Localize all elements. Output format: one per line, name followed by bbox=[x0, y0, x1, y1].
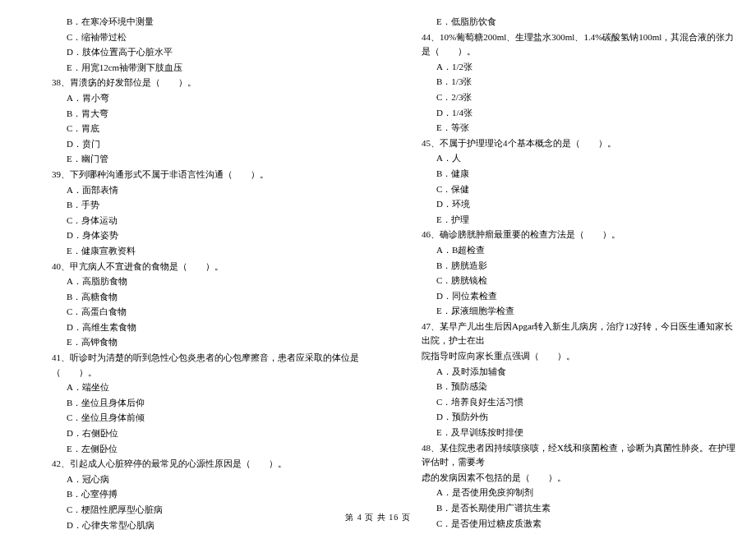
option: D．同位素检查 bbox=[436, 289, 735, 304]
option: D．贲门 bbox=[67, 137, 366, 152]
page-footer: 第 4 页 共 16 页 bbox=[0, 511, 756, 524]
option: B．健康 bbox=[436, 167, 735, 182]
option: B．1/3张 bbox=[436, 75, 735, 90]
option: B．膀胱造影 bbox=[436, 259, 735, 274]
option: E．幽门管 bbox=[67, 152, 366, 167]
option: D．环境 bbox=[436, 197, 735, 212]
option: C．2/3张 bbox=[436, 90, 735, 105]
question-stem: 42、引起成人心脏猝停的最常见的心源性原因是（ ）。 bbox=[52, 457, 366, 472]
option: E．等张 bbox=[436, 121, 735, 136]
page-content: B．在寒冷环境中测量 C．缩袖带过松 D．肢体位置高于心脏水平 E．用宽12cm… bbox=[8, 15, 748, 534]
option: C．膀胱镜检 bbox=[436, 274, 735, 288]
question-stem: 46、确诊膀胱肿瘤最重要的检查方法是（ ）。 bbox=[422, 228, 735, 242]
option: E．健康宣教资料 bbox=[67, 244, 366, 259]
option: E．及早训练按时排便 bbox=[436, 426, 735, 440]
option: B．手势 bbox=[67, 198, 366, 213]
option: A．胃小弯 bbox=[67, 91, 366, 106]
right-column: E．低脂肪饮食 44、10%葡萄糖200ml、生理盐水300ml、1.4%碳酸氢… bbox=[378, 15, 748, 534]
question-stem: 38、胃溃疡的好发部位是（ ）。 bbox=[52, 76, 366, 90]
question-stem: 39、下列哪种沟通形式不属于非语言性沟通（ ）。 bbox=[52, 168, 366, 182]
option: D．肢体位置高于心脏水平 bbox=[67, 45, 366, 60]
option: C．身体运动 bbox=[67, 214, 366, 228]
option: C．胃底 bbox=[67, 122, 366, 136]
option: E．高钾食物 bbox=[67, 335, 366, 350]
option: B．胃大弯 bbox=[67, 107, 366, 122]
option: D．高维生素食物 bbox=[67, 320, 366, 335]
option: B．在寒冷环境中测量 bbox=[67, 15, 366, 30]
option: E．用宽12cm袖带测下肢血压 bbox=[67, 61, 366, 76]
option: A．B超检查 bbox=[436, 243, 735, 258]
option: A．1/2张 bbox=[436, 60, 735, 75]
question-stem: 41、听诊时为清楚的听到急性心包炎患者的心包摩擦音，患者应采取的体位是（ ）。 bbox=[52, 351, 366, 380]
option: A．及时添加辅食 bbox=[436, 365, 735, 380]
option: D．1/4张 bbox=[436, 106, 735, 121]
question-stem: 40、甲亢病人不宜进食的食物是（ ）。 bbox=[52, 260, 366, 274]
option: C．培养良好生活习惯 bbox=[436, 395, 735, 410]
option: E．左侧卧位 bbox=[67, 442, 366, 457]
option: D．右侧卧位 bbox=[67, 426, 366, 441]
question-stem: 47、某早产儿出生后因Apgar转入新生儿病房，治疗12好转，今日医生通知家长出… bbox=[422, 320, 735, 348]
option: A．是否使用免疫抑制剂 bbox=[436, 486, 735, 500]
question-stem: 44、10%葡萄糖200ml、生理盐水300ml、1.4%碳酸氢钠100ml，其… bbox=[422, 30, 735, 59]
option: B．坐位且身体后仰 bbox=[67, 396, 366, 411]
option: C．缩袖带过松 bbox=[67, 30, 366, 45]
left-column: B．在寒冷环境中测量 C．缩袖带过松 D．肢体位置高于心脏水平 E．用宽12cm… bbox=[8, 15, 378, 534]
question-stem: 45、不属于护理理论4个基本概念的是（ ）。 bbox=[422, 136, 735, 151]
option: E．护理 bbox=[436, 213, 735, 228]
option: B．高糖食物 bbox=[67, 290, 366, 305]
option: A．冠心病 bbox=[67, 472, 366, 487]
option: D．预防外伤 bbox=[436, 410, 735, 425]
option: A．面部表情 bbox=[67, 183, 366, 198]
option: C．高蛋白食物 bbox=[67, 305, 366, 320]
question-stem-cont: 院指导时应向家长重点强调（ ）。 bbox=[422, 349, 735, 364]
question-stem-cont: 虑的发病因素不包括的是（ ）。 bbox=[422, 471, 735, 486]
option: E．尿液细胞学检查 bbox=[436, 304, 735, 319]
option: D．身体姿势 bbox=[67, 228, 366, 243]
option: C．坐位且身体前倾 bbox=[67, 411, 366, 426]
question-stem: 48、某住院患者因持续咳痰咳，经X线和痰菌检查，诊断为真菌性肺炎。在护理评估时，… bbox=[422, 441, 735, 470]
option: E．低脂肪饮食 bbox=[436, 15, 735, 30]
option: A．端坐位 bbox=[67, 380, 366, 395]
option: B．心室停搏 bbox=[67, 487, 366, 502]
option: B．预防感染 bbox=[436, 380, 735, 394]
option: A．人 bbox=[436, 151, 735, 166]
option: A．高脂肪食物 bbox=[67, 274, 366, 289]
option: C．保健 bbox=[436, 182, 735, 197]
